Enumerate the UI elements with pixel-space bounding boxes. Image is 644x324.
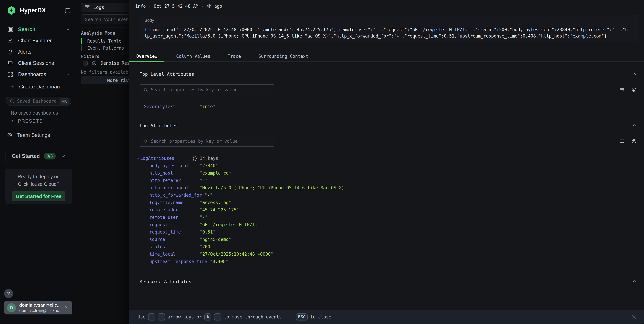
search-placeholder: Search properties by key or value xyxy=(151,139,238,144)
event-timestamp: Oct 27 5:42:48 AM xyxy=(154,4,198,9)
search-feed-icon xyxy=(7,26,14,33)
attribute-value[interactable]: 0.51 xyxy=(200,229,216,235)
attribute-key[interactable]: http_referer xyxy=(149,178,200,183)
attribute-key[interactable]: body_bytes_sent xyxy=(149,163,200,168)
sidebar-item-alerts[interactable]: Alerts xyxy=(0,46,77,57)
mode-results-table[interactable]: Results Table xyxy=(81,37,129,45)
attribute-key[interactable]: upstream_response_time xyxy=(149,259,210,264)
attribute-key[interactable]: status xyxy=(149,244,200,249)
attribute-value[interactable]: 200 xyxy=(200,244,213,249)
attribute-value[interactable]: 23840 xyxy=(200,163,218,168)
attribute-row: upstream_response_time0.408 xyxy=(149,258,637,265)
presets-toggle[interactable]: PRESETS xyxy=(10,118,43,124)
user-email: dominic.tran@clickho... xyxy=(19,308,60,313)
attribute-value[interactable]: info xyxy=(200,104,216,109)
more-filters-button[interactable]: More filters xyxy=(81,76,129,84)
attribute-key[interactable]: http_x_forwarded_for xyxy=(149,193,204,198)
attribute-value[interactable]: - xyxy=(200,178,208,183)
gear-icon xyxy=(6,132,13,138)
attribute-key[interactable]: source xyxy=(149,237,200,242)
attribute-row: http_referer- xyxy=(149,177,637,184)
attribute-key[interactable]: time_local xyxy=(149,252,200,257)
attribute-value[interactable]: Mozilla/5.0 (iPhone; CPU iPhone OS 14_6 … xyxy=(200,185,347,190)
get-started-free-button[interactable]: Get Started for Free xyxy=(12,191,65,201)
sidebar-item-dashboards[interactable]: Dashboards xyxy=(0,69,77,80)
tab-trace[interactable]: Trace xyxy=(222,50,247,62)
root-key[interactable]: LogAttributes xyxy=(140,156,192,161)
attribute-row: remote_user- xyxy=(149,214,637,221)
laptop-icon xyxy=(7,60,14,66)
denoise-checkbox[interactable] xyxy=(83,61,88,65)
chevron-up-icon[interactable] xyxy=(631,278,637,285)
source-select[interactable]: Logs xyxy=(81,3,129,12)
log-attributes-root-row[interactable]: ▾ LogAttributes {} 14 keys xyxy=(137,155,637,162)
attribute-key[interactable]: http_host xyxy=(149,170,200,175)
attribute-value[interactable]: 0.408 xyxy=(210,259,228,264)
user-account-button[interactable]: D dominic.tran@clic... dominic.tran@clic… xyxy=(4,301,72,315)
log-attributes-search-input[interactable]: Search properties by key or value xyxy=(140,136,275,147)
drawer-footer: Use ← → arrow keys or k j to move throug… xyxy=(129,310,644,324)
log-attributes-rows: body_bytes_sent23840 http_hostexample.co… xyxy=(140,162,637,265)
body-panel: Body {"time_local":"27/Oct/2025:10:42:48… xyxy=(138,15,638,42)
get-started-progress-badge: 3/3 xyxy=(44,153,56,160)
tab-column-values[interactable]: Column Values xyxy=(170,50,216,62)
tab-surrounding-context[interactable]: Surrounding Context xyxy=(253,50,314,62)
attribute-key[interactable]: remote_user xyxy=(149,215,200,220)
attribute-value[interactable]: access.log xyxy=(200,200,231,205)
attribute-key[interactable]: http_user_agent xyxy=(149,185,200,190)
attribute-key[interactable]: log.file.name xyxy=(149,200,200,205)
brand-name: HyperDX xyxy=(20,7,46,14)
plus-icon xyxy=(10,84,16,89)
attribute-row: log.file.nameaccess.log xyxy=(149,199,637,206)
attribute-row: requestGET /register HTTP/1.1 xyxy=(149,221,637,228)
close-icon[interactable] xyxy=(630,313,637,321)
dot-separator: · xyxy=(148,4,151,9)
sidebar-item-chart-explorer[interactable]: Chart Explorer xyxy=(0,35,77,46)
gear-icon[interactable] xyxy=(631,87,637,93)
attribute-value[interactable]: example.com xyxy=(200,170,234,175)
attribute-value[interactable]: - xyxy=(200,215,208,220)
chevron-up-icon[interactable] xyxy=(631,123,637,129)
sidebar-item-label: Alerts xyxy=(18,49,32,55)
tab-overview[interactable]: Overview xyxy=(129,50,164,62)
shortcut-badge: ⌘K xyxy=(60,98,69,105)
attribute-key[interactable]: request xyxy=(149,222,200,227)
attribute-value[interactable]: GET /register HTTP/1.1 xyxy=(200,222,263,227)
attribute-key[interactable]: request_time xyxy=(149,229,200,235)
hyperdx-logo-icon xyxy=(7,6,16,15)
wrap-lines-icon[interactable] xyxy=(619,138,625,145)
attribute-value[interactable]: 45.74.225.175 xyxy=(200,207,239,212)
sidebar-collapse-icon[interactable] xyxy=(64,7,71,14)
sidebar-item-client-sessions[interactable]: Client Sessions xyxy=(0,57,77,69)
body-raw-text: {"time_local":"27/Oct/2025:10:42:48 +000… xyxy=(144,26,632,39)
mode-event-patterns[interactable]: Event Patterns xyxy=(81,45,129,52)
footer-move-text: to move through events xyxy=(224,315,282,320)
j-key: j xyxy=(214,314,221,321)
detail-tabs: Overview Column Values Trace Surrounding… xyxy=(129,50,644,62)
saved-dashboards-search[interactable]: Saved Dashboards ⌘K xyxy=(6,97,71,106)
search-panel: Logs Search your events... Analysis Mode… xyxy=(77,0,129,324)
chevron-up-icon[interactable] xyxy=(631,71,637,77)
event-search-input[interactable]: Search your events... xyxy=(81,14,129,24)
section-resource-attributes: Resource Attributes xyxy=(129,274,644,289)
attribute-row: sourcenginx-demo xyxy=(149,236,637,243)
gear-icon[interactable] xyxy=(631,138,637,145)
attribute-key[interactable]: remote_addr xyxy=(149,207,200,212)
attribute-value[interactable]: 27/Oct/2025:10:42:48 +0000 xyxy=(200,252,273,257)
create-dashboard-label: Create Dashboard xyxy=(19,84,62,90)
help-button[interactable]: ? xyxy=(4,289,13,298)
team-settings-label: Team Settings xyxy=(17,132,50,138)
attribute-value[interactable]: nginx-demo xyxy=(200,237,231,242)
attribute-key[interactable]: SeverityText xyxy=(144,104,200,109)
get-started-card[interactable]: Get Started 3/3 xyxy=(6,148,71,164)
sidebar-item-team-settings[interactable]: Team Settings xyxy=(6,132,50,138)
wrap-lines-icon[interactable] xyxy=(619,87,625,93)
brand-row: HyperDX xyxy=(7,6,46,15)
footer-use-text: Use xyxy=(138,315,146,320)
create-dashboard-button[interactable]: Create Dashboard xyxy=(10,84,62,90)
top-level-search-input[interactable]: Search properties by key or value xyxy=(140,84,275,95)
section-header: Top Level Attributes xyxy=(140,71,637,77)
denoise-icon xyxy=(91,60,97,66)
sidebar-item-search[interactable]: Search xyxy=(0,24,77,35)
attribute-value[interactable]: - xyxy=(204,193,212,198)
